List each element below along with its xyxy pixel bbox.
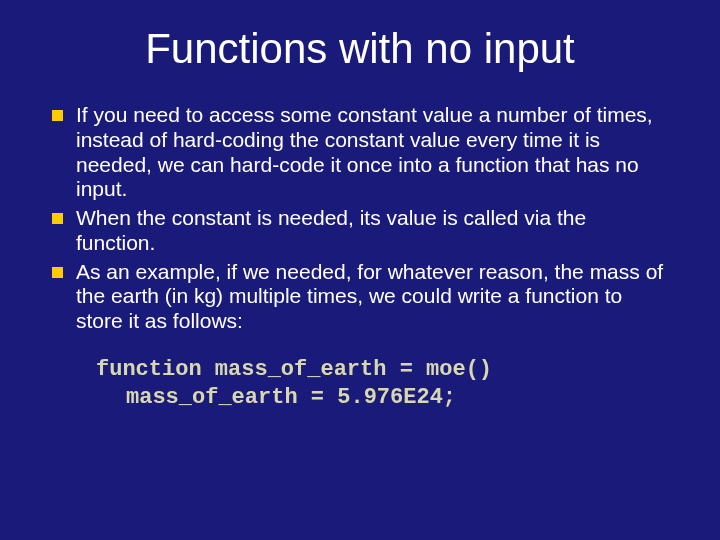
code-block: function mass_of_earth = moe() mass_of_e… [96,356,670,413]
bullet-item: When the constant is needed, its value i… [50,206,670,256]
bullet-item: As an example, if we needed, for whateve… [50,260,670,334]
slide: Functions with no input If you need to a… [0,0,720,540]
code-line: mass_of_earth = 5.976E24; [96,384,670,413]
bullet-list: If you need to access some constant valu… [50,103,670,334]
bullet-item: If you need to access some constant valu… [50,103,670,202]
slide-title: Functions with no input [50,25,670,73]
code-line: function mass_of_earth = moe() [96,357,492,382]
